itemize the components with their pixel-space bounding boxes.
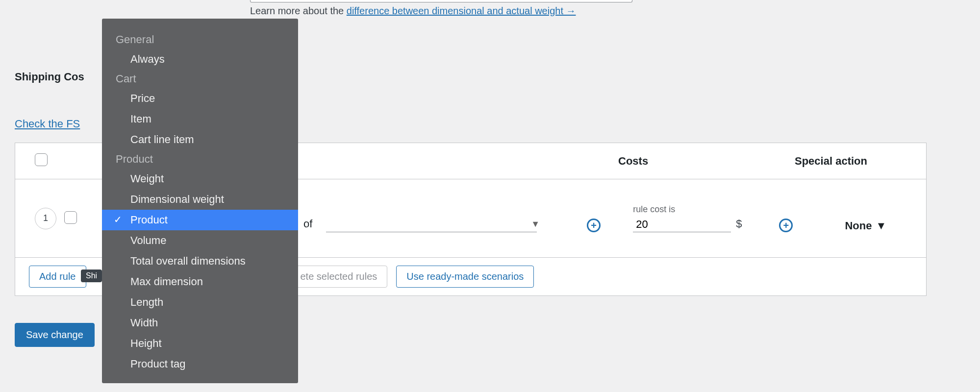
dropdown-item[interactable]: Max dimension: [102, 271, 298, 292]
dropdown-item[interactable]: Total overall dimensions: [102, 251, 298, 271]
use-ready-made-scenarios-button[interactable]: Use ready-made scenarios: [396, 266, 534, 288]
top-field-area: Learn more about the difference between …: [250, 0, 965, 17]
dropdown-group-label: General: [102, 30, 298, 49]
dropdown-item[interactable]: Width: [102, 313, 298, 333]
condition-value-input[interactable]: [326, 217, 537, 232]
cost-block: rule cost is $: [633, 204, 742, 232]
currency-label: $: [736, 218, 742, 230]
dropdown-item[interactable]: Dimensional weight: [102, 189, 298, 210]
dropdown-item[interactable]: Cart line item: [102, 129, 298, 150]
weight-learn-more-link[interactable]: difference between dimensional and actua…: [347, 5, 576, 16]
top-hint-prefix: Learn more about the: [250, 5, 347, 16]
dropdown-item[interactable]: Always: [102, 49, 298, 70]
dropdown-item[interactable]: Length: [102, 292, 298, 313]
dropdown-item[interactable]: Product: [102, 210, 298, 230]
add-cost-button[interactable]: +: [779, 219, 793, 232]
of-label: of: [303, 218, 312, 230]
chevron-down-icon: ▼: [876, 220, 886, 232]
dropdown-group-label: Product: [102, 150, 298, 169]
cost-label: rule cost is: [633, 204, 742, 215]
row-drag-handle[interactable]: 1: [35, 208, 56, 229]
dropdown-item[interactable]: Volume: [102, 230, 298, 251]
row-checkbox[interactable]: [64, 211, 77, 224]
check-fs-link[interactable]: Check the FS: [15, 118, 80, 130]
special-action-select[interactable]: None ▼: [845, 220, 886, 232]
dropdown-item[interactable]: Item: [102, 109, 298, 129]
dropdown-group-label: Cart: [102, 70, 298, 88]
tooltip-chip: Shi: [81, 270, 102, 282]
cost-input[interactable]: [633, 217, 731, 232]
save-changes-button[interactable]: Save change: [15, 323, 95, 347]
top-input-box[interactable]: [250, 0, 632, 2]
chevron-down-icon: ▼: [531, 219, 540, 229]
special-action-value: None: [845, 220, 872, 232]
header-costs: Costs: [618, 155, 795, 168]
dropdown-item[interactable]: Weight: [102, 169, 298, 189]
dropdown-item[interactable]: Product tag: [102, 354, 298, 374]
delete-selected-rules-button: ete selected rules: [290, 266, 388, 288]
top-hint-text: Learn more about the difference between …: [250, 5, 965, 17]
condition-type-dropdown[interactable]: GeneralAlwaysCartPriceItemCart line item…: [102, 19, 298, 383]
add-condition-button[interactable]: +: [587, 219, 601, 232]
add-rule-button[interactable]: Add rule: [29, 266, 86, 288]
dropdown-item[interactable]: Price: [102, 88, 298, 109]
select-all-checkbox[interactable]: [35, 153, 48, 166]
header-special-action: Special action: [795, 155, 906, 168]
dropdown-item[interactable]: Height: [102, 333, 298, 354]
